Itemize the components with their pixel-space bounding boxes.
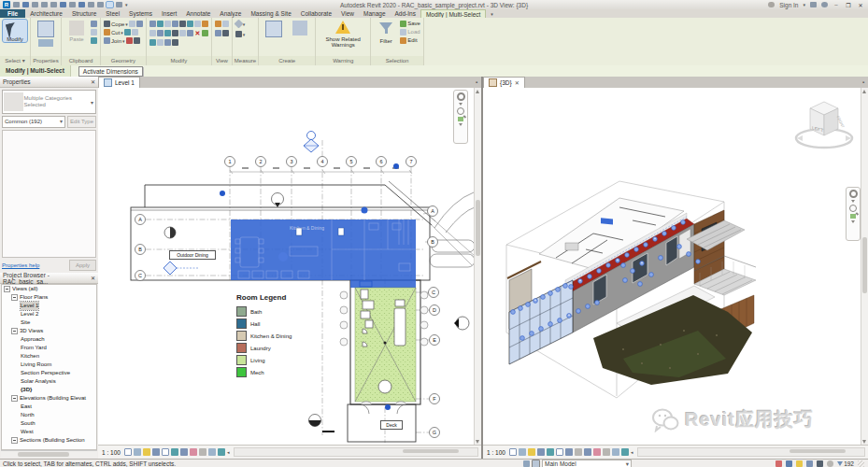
selection-save-button[interactable]: Save <box>400 20 420 27</box>
tab-modify-multi-select[interactable]: Modify | Multi-Select <box>420 9 486 18</box>
rotate-icon[interactable] <box>172 21 178 27</box>
tab-steel[interactable]: Steel <box>101 9 124 18</box>
redo-icon[interactable] <box>41 2 48 7</box>
view-tab-overflow-icon[interactable]: ▪ <box>472 77 481 88</box>
type-selector[interactable]: Multiple Categories Selected ▾ <box>2 90 96 114</box>
collapse-icon[interactable] <box>11 437 18 444</box>
tab-add-ins[interactable]: Add-Ins <box>391 9 420 18</box>
help-icon[interactable] <box>821 2 828 7</box>
create-assembly-button[interactable] <box>288 20 312 36</box>
tree-item-floor-plans[interactable]: Floor Plans <box>2 293 96 302</box>
app-store-icon[interactable] <box>810 2 817 7</box>
extend-icon[interactable] <box>187 30 193 36</box>
hide-analytical-model-icon[interactable] <box>612 448 619 456</box>
detail-level-icon[interactable] <box>124 448 132 456</box>
control-bar-more-icon[interactable]: ◂ <box>227 449 230 455</box>
shadows-icon[interactable] <box>152 448 160 456</box>
linework-icon[interactable] <box>222 21 229 27</box>
copy-clipboard-icon[interactable] <box>91 29 97 35</box>
measure-icon[interactable] <box>234 20 243 29</box>
spot-light-icon[interactable] <box>215 21 221 27</box>
tree-item-solar-analysis[interactable]: Solar Analysis <box>2 377 96 386</box>
lock-3d-view-icon[interactable] <box>575 448 582 456</box>
navbar-caret[interactable] <box>459 123 462 126</box>
collapse-icon[interactable] <box>11 395 18 402</box>
type-selector-caret[interactable]: ▾ <box>91 99 95 106</box>
dormer-icon[interactable] <box>157 39 164 46</box>
open-icon[interactable] <box>13 2 20 7</box>
move-icon[interactable] <box>157 21 164 27</box>
collapse-icon[interactable] <box>11 294 18 301</box>
match-type-icon[interactable] <box>91 37 97 44</box>
activate-dimensions-button[interactable]: Activate Dimensions <box>78 66 143 77</box>
trim-icon[interactable] <box>187 21 193 27</box>
visual-style-icon[interactable] <box>134 448 141 456</box>
plan-hscrollbar[interactable] <box>234 447 478 457</box>
zoom-icon[interactable] <box>457 107 464 115</box>
paint-icon[interactable] <box>126 37 133 44</box>
crop-view-icon[interactable] <box>556 448 563 456</box>
signin-caret[interactable]: ▾ <box>803 2 805 7</box>
section-icon[interactable] <box>97 2 104 7</box>
dimension-icon[interactable] <box>235 31 242 37</box>
split-icon[interactable] <box>149 30 156 36</box>
3d-canvas[interactable]: LEFT FRONT Revit应用技巧 <box>483 88 861 446</box>
properties-button[interactable] <box>34 20 58 48</box>
join-button[interactable]: Join▾ <box>104 36 140 45</box>
selection-edit-button[interactable]: Edit <box>400 36 420 44</box>
switch-windows-icon[interactable] <box>116 2 122 7</box>
view-tab-3d[interactable]: {3D} ✕ <box>483 77 525 88</box>
tree-item-from-yard[interactable]: From Yard <box>2 344 96 352</box>
create-group-button[interactable] <box>262 20 286 38</box>
offset-modify-icon[interactable] <box>194 21 201 27</box>
tree-item-west[interactable]: West <box>2 428 96 436</box>
tree-item-kitchen[interactable]: Kitchen <box>2 352 96 361</box>
delete-icon[interactable]: ✕ <box>194 30 201 36</box>
tab-annotate[interactable]: Annotate <box>181 9 215 18</box>
qat-customize-caret[interactable]: ▾ <box>125 2 128 7</box>
revit-logo[interactable]: R <box>3 1 10 8</box>
navigation-bar[interactable] <box>453 90 468 144</box>
tree-item-views-all[interactable]: Views (all) <box>2 285 96 293</box>
show-related-warnings-button[interactable]: Show Related Warnings <box>319 20 367 48</box>
steering-wheel-icon[interactable] <box>849 190 858 198</box>
default-3d-view-icon[interactable] <box>88 2 94 7</box>
selected-rooms[interactable]: Kitchen & Dining <box>231 207 416 289</box>
navbar-caret[interactable] <box>851 220 855 223</box>
scale-button[interactable]: 1 : 100 <box>487 449 505 456</box>
properties-filter-dropdown[interactable]: Common (192)▾ <box>2 116 65 128</box>
show-crop-region-icon[interactable] <box>565 448 573 456</box>
tree-item-south[interactable]: South <box>2 419 96 428</box>
properties-help-link[interactable]: Properties help <box>2 262 39 268</box>
copy-icon[interactable] <box>164 21 171 27</box>
panel-label-select[interactable]: Select <box>5 58 21 64</box>
pin-icon[interactable] <box>172 30 178 36</box>
tag-icon[interactable] <box>69 2 76 7</box>
crop-view-icon[interactable] <box>162 448 169 456</box>
restore-button[interactable]: ❐ <box>845 2 852 8</box>
offset-icon[interactable] <box>132 29 138 35</box>
thin-lines-icon[interactable] <box>107 2 113 7</box>
viewcube[interactable]: LEFT FRONT <box>791 93 857 154</box>
cut-button[interactable]: Cut▾ <box>104 28 138 36</box>
sun-path-icon[interactable] <box>528 448 535 456</box>
properties-header[interactable]: Properties✕ <box>0 77 98 88</box>
cutaway-icon[interactable] <box>222 30 229 36</box>
visual-style-icon[interactable] <box>519 448 526 456</box>
tab-collaborate[interactable]: Collaborate <box>296 9 336 18</box>
tree-item-elevations[interactable]: Elevations (Building Elevat <box>2 394 96 403</box>
reveal-constraints-icon[interactable] <box>218 448 225 456</box>
cut-clipboard-icon[interactable] <box>91 21 97 27</box>
tab-structure[interactable]: Structure <box>67 9 101 18</box>
wall-opening-icon[interactable] <box>149 39 156 46</box>
browser-close-icon[interactable]: ✕ <box>91 275 95 281</box>
selection-load-button[interactable]: Load <box>400 28 420 35</box>
align-icon[interactable] <box>149 21 156 27</box>
editable-only-icon[interactable] <box>776 460 782 467</box>
scale-button[interactable]: 1 : 100 <box>102 449 121 456</box>
zoom-region-icon[interactable] <box>850 214 856 219</box>
design-options-icon[interactable] <box>532 460 540 467</box>
navbar-caret[interactable] <box>851 200 855 203</box>
temporary-view-properties-icon[interactable] <box>603 448 610 456</box>
temporary-view-properties-icon[interactable] <box>199 448 206 456</box>
